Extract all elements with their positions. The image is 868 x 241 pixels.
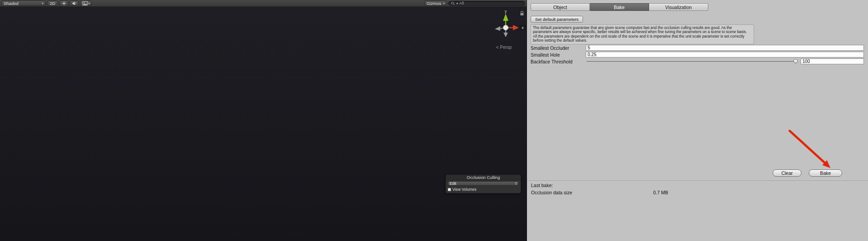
scene-toolbar: Shaded ▾ 2D [0,0,526,7]
edit-mode-label: Edit [450,181,456,186]
occlusion-culling-overlay: Occlusion Culling Edit ▲▼ View Volumes [446,174,521,193]
audio-toggle-button[interactable] [70,0,79,6]
backface-threshold-input[interactable] [801,58,864,64]
view-volumes-checkbox[interactable]: View Volumes [448,187,519,192]
view-volumes-label: View Volumes [452,187,476,192]
backface-threshold-row: Backface Threshold [531,58,864,65]
overlay-title: Occlusion Culling [446,175,521,180]
tab-object[interactable]: Object [531,3,590,11]
scene-search-field[interactable]: ▾ All [448,1,525,6]
data-size-label: Occlusion data size [531,190,572,195]
clear-button[interactable]: Clear [773,169,802,177]
overlay-body: Edit ▲▼ View Volumes [446,180,521,193]
chevron-down-icon: ▾ [443,2,445,5]
perspective-label[interactable]: < Persp [486,45,522,50]
scene-canvas[interactable]: y x < Persp Occlusion Culling Edit [0,7,526,241]
footer-divider [527,181,868,181]
search-filter-text: All [460,1,464,5]
scene-view-panel: Shaded ▾ 2D [0,0,526,241]
smallest-hole-input[interactable] [586,52,864,58]
lock-icon[interactable] [520,11,524,16]
bake-button[interactable]: Bake [809,169,842,177]
unity-editor-window: Shaded ▾ 2D [0,0,868,241]
gizmos-dropdown[interactable]: Gizmos ▾ [424,0,447,6]
smallest-hole-label: Smallest Hole [531,52,586,58]
occlusion-tabs: Object Bake Visualization [531,3,708,11]
chevron-down-icon: ▾ [456,2,458,5]
draw-mode-dropdown[interactable]: Shaded ▾ [1,0,46,6]
set-default-parameters-button[interactable]: Set default parameters [531,16,583,23]
axis-x-cone[interactable] [513,25,519,30]
gizmo-center-handle[interactable] [503,25,508,30]
checkbox-icon [448,188,451,191]
smallest-hole-row: Smallest Hole [531,51,864,58]
edit-mode-dropdown[interactable]: Edit ▲▼ [448,181,519,186]
tab-bake[interactable]: Bake [590,3,649,11]
axis-y-cone[interactable] [503,14,508,21]
effects-toggle-button[interactable]: ▾ [80,0,92,6]
image-effects-icon [82,1,88,6]
search-icon [451,1,455,5]
persp-toggle-icon: < [496,45,499,50]
smallest-occluder-label: Smallest Occluder [531,45,586,51]
bake-parameters: Smallest Occluder Smallest Hole Backface… [531,44,864,65]
2d-toggle-button[interactable]: 2D [47,0,58,6]
speaker-icon [72,1,77,6]
chevron-down-icon: ▾ [88,2,90,5]
occlusion-inspector-panel: Object Bake Visualization Set default pa… [526,0,868,241]
dropdown-spinner-icon: ▲▼ [515,182,517,185]
persp-text: Persp [500,45,512,50]
backface-threshold-label: Backface Threshold [531,59,586,64]
parameters-help-text: The default parameters guarantee that an… [531,24,754,44]
sun-icon [62,1,66,6]
last-bake-label: Last bake: [531,183,553,188]
chevron-down-icon: ▾ [42,2,43,5]
tab-visualization[interactable]: Visualization [649,3,708,11]
smallest-occluder-row: Smallest Occluder [531,44,864,51]
backface-threshold-slider[interactable] [586,58,798,64]
smallest-occluder-input[interactable] [586,45,864,51]
data-size-value: 0.7 MB [653,190,668,195]
occlusion-volumes-wireframe [0,7,526,241]
draw-mode-label: Shaded [4,1,19,6]
gizmos-label: Gizmos [427,1,441,6]
lighting-toggle-button[interactable] [59,0,68,6]
axis-y-label: y [505,9,507,14]
slider-thumb[interactable] [793,59,798,63]
slider-track [587,61,797,62]
axis-x-label: x [522,25,524,30]
